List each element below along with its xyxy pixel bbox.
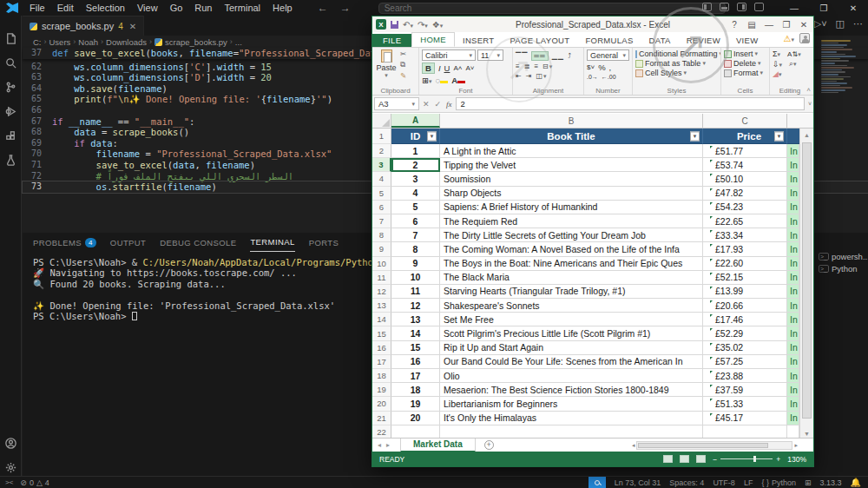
forward-arrow-icon[interactable]: → (340, 2, 363, 14)
cell-stock[interactable]: In stock (787, 326, 799, 340)
ribbon-display-icon[interactable]: ▤ (744, 20, 760, 30)
column-header-c[interactable]: C (703, 114, 787, 128)
run-debug-icon[interactable] (0, 101, 22, 122)
font-name-select[interactable]: Calibri▾ (422, 49, 476, 61)
vscroll-thumb[interactable] (802, 142, 812, 419)
cell-price[interactable]: £57.25 (703, 355, 787, 369)
find-select-button[interactable]: ⌕▾ (789, 59, 797, 69)
format-cells-button[interactable]: Format▾ (724, 69, 766, 77)
cell-stock[interactable]: In stock (787, 355, 799, 369)
cell-title[interactable]: The Dirty Little Secrets of Getting Your… (440, 228, 703, 242)
formula-enter-icon[interactable]: ✓ (435, 100, 442, 109)
restore-button[interactable]: ❐ (809, 0, 838, 16)
ribbon-tab-page-layout[interactable]: PAGE LAYOUT (502, 34, 577, 47)
excel-help-icon[interactable]: ? (727, 20, 742, 30)
header-cell-book-title[interactable]: Book Title▼ (440, 129, 703, 144)
cell-title[interactable]: Tipping the Velvet (440, 158, 703, 172)
comma-icon[interactable]: , (609, 63, 612, 72)
zoom-level[interactable]: 130% (787, 455, 806, 464)
cell-stock[interactable]: In stock (787, 341, 799, 355)
cell-title[interactable]: The Black Maria (440, 271, 703, 285)
cell-title[interactable]: Our Band Could Be Your Life: Scenes from… (440, 355, 703, 369)
panel-tab-terminal[interactable]: TERMINAL (250, 233, 294, 252)
align-right-icon[interactable]: ≡ (534, 63, 539, 70)
borders-button[interactable]: ⊞▾ (422, 76, 431, 85)
menu-view[interactable]: View (131, 1, 164, 15)
name-box[interactable]: A3▾ (374, 97, 419, 110)
testing-flask-icon[interactable] (0, 149, 22, 170)
cell-title[interactable]: Libertarianism for Beginners (440, 397, 703, 411)
new-sheet-icon[interactable]: + (484, 440, 494, 450)
merge-center-icon[interactable]: ◫▾ (536, 72, 547, 80)
horizontal-scrollbar[interactable]: ◂ ▸ (632, 441, 813, 450)
row-header-1[interactable]: 1 (372, 129, 391, 144)
cell-price[interactable]: £50.10 (703, 172, 787, 186)
zoom-slider[interactable] (720, 458, 773, 459)
wrap-text-icon[interactable]: ⊟▾ (542, 63, 553, 70)
cell-title[interactable]: Sharp Objects (440, 187, 703, 201)
header-cell-price[interactable]: Price▼ (703, 129, 787, 144)
orientation-icon[interactable]: ⤴ (568, 52, 572, 60)
excel-restore-button[interactable]: ❐ (779, 20, 794, 30)
worksheet-grid[interactable]: ABC1ID▼Book Title▼Price▼21A Light in the… (372, 114, 813, 440)
row-header-6[interactable]: 6 (372, 201, 391, 214)
delete-cells-button[interactable]: Delete▾ (724, 59, 766, 68)
column-header-a[interactable]: A (391, 114, 440, 128)
font-grow-button[interactable]: A˄ (453, 64, 462, 72)
cell-id[interactable]: 18 (391, 383, 440, 397)
align-left-icon[interactable]: ≡ (516, 63, 521, 70)
format-as-table-button[interactable]: Format as Table▾ (635, 59, 718, 68)
language-mode[interactable]: { }Python (761, 478, 796, 487)
formula-expand-icon[interactable]: ˅ (808, 101, 812, 107)
accounts-icon[interactable] (0, 432, 22, 453)
menu-go[interactable]: Go (164, 1, 189, 15)
page-layout-view-icon[interactable] (680, 455, 689, 463)
hscroll-right-icon[interactable]: ▸ (794, 442, 798, 449)
panel-tab-ports[interactable]: PORTS (309, 233, 339, 252)
ribbon-tab-formulas[interactable]: FORMULAS (577, 34, 641, 47)
ribbon-tab-review[interactable]: REVIEW (679, 34, 728, 47)
zoom-thumb[interactable] (753, 456, 756, 462)
cell-price[interactable]: £17.46 (703, 313, 787, 326)
cell-id[interactable]: 2 (391, 158, 440, 172)
cell-title[interactable]: Soumission (440, 172, 703, 186)
breadcrumb-item[interactable]: C: (33, 37, 42, 47)
row-header-13[interactable]: 13 (372, 299, 391, 313)
cell-id[interactable]: 14 (391, 326, 440, 340)
search-icon[interactable] (0, 52, 22, 73)
panel-tab-output[interactable]: OUTPUT (110, 233, 146, 252)
zoom-in-icon[interactable]: + (776, 455, 780, 464)
percent-icon[interactable]: % (598, 63, 605, 72)
cell-id[interactable]: 1 (391, 144, 440, 158)
minimap[interactable] (821, 40, 861, 97)
editor-more-icon[interactable]: ⋯ (853, 18, 863, 30)
excel-close-button[interactable]: ✕ (796, 20, 812, 30)
clear-button[interactable]: ◢▾ (773, 69, 781, 78)
remote-indicator-icon[interactable]: >< (5, 478, 13, 486)
row-header-3[interactable]: 3 (372, 158, 391, 172)
cell-id[interactable]: 16 (391, 355, 440, 369)
cell-price[interactable]: £22.60 (703, 257, 787, 271)
ribbon-tab-insert[interactable]: INSERT (455, 34, 502, 47)
decrease-decimal-icon[interactable]: ←.00 (602, 74, 616, 80)
cell-stock[interactable]: In stock (787, 369, 799, 383)
cell-id[interactable]: 8 (391, 242, 440, 256)
copy-icon[interactable]: ⧉ (400, 60, 406, 69)
search-input[interactable] (385, 3, 720, 13)
cell-price[interactable]: £13.99 (703, 285, 787, 299)
format-painter-icon[interactable]: ✎ (400, 71, 406, 80)
decrease-indent-icon[interactable]: ⇤ (516, 72, 523, 80)
fill-button[interactable]: ⇩▾ (773, 60, 782, 69)
cell-stock[interactable]: In stock (787, 158, 799, 172)
scroll-up-icon[interactable]: ▲ (800, 129, 813, 142)
cell-title[interactable]: Sapiens: A Brief History of Humankind (440, 201, 703, 214)
fill-color-button[interactable]: ◌ (435, 76, 448, 85)
breadcrumb-item[interactable]: Downloads (106, 37, 147, 47)
cell-price[interactable]: £45.17 (703, 412, 787, 425)
increase-decimal-icon[interactable]: .0→ (587, 74, 598, 80)
tab-scrape-books[interactable]: scrape_books.py 4 ✕ (23, 16, 144, 36)
font-size-select[interactable]: 11▾ (477, 49, 503, 61)
cell-price[interactable]: £51.33 (703, 397, 787, 411)
cell-stock[interactable]: In stock (787, 412, 799, 425)
row-header-8[interactable]: 8 (372, 228, 391, 242)
